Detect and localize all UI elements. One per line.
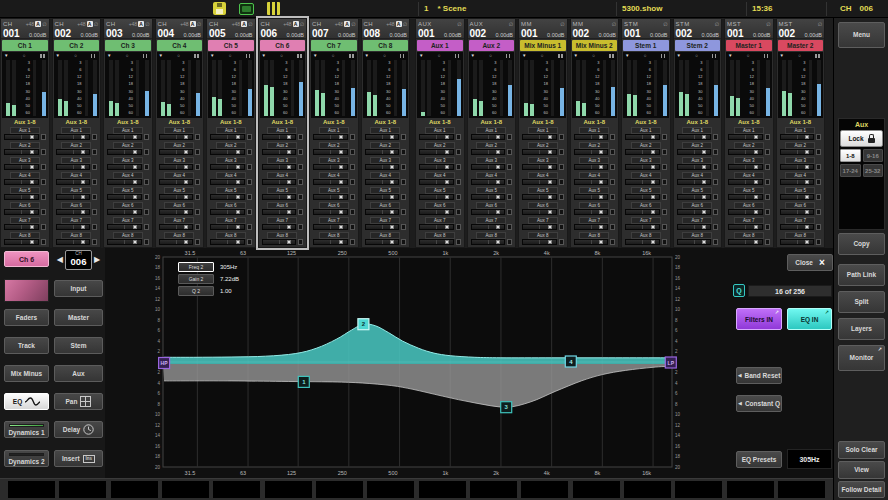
aux-send-slider[interactable] bbox=[574, 209, 609, 215]
softkey-slot-12[interactable] bbox=[573, 481, 620, 498]
aux-send-knob[interactable] bbox=[236, 210, 240, 214]
aux-send-slider[interactable] bbox=[574, 239, 609, 245]
strip-name-label[interactable]: Stem 2 bbox=[675, 40, 721, 51]
aux-send-knob[interactable] bbox=[754, 135, 758, 139]
aux-send-slider[interactable] bbox=[677, 224, 712, 230]
aux-send-slider[interactable] bbox=[210, 239, 245, 245]
aux-send-slider[interactable] bbox=[677, 209, 712, 215]
aux-send-knob[interactable] bbox=[445, 210, 449, 214]
aux-send-knob[interactable] bbox=[445, 165, 449, 169]
eq-band-node-4[interactable]: 4 bbox=[565, 356, 576, 367]
aux-send-slider[interactable] bbox=[56, 239, 91, 245]
aux-send-knob[interactable] bbox=[496, 135, 500, 139]
sidebar-button-follow-detail[interactable]: Follow Detail bbox=[838, 481, 885, 498]
channel-strip-ch-001[interactable]: CH +48A∅ 001 0.00dB Ch 1 ▼ ○ 36121830405… bbox=[0, 18, 50, 248]
aux-send-slider[interactable] bbox=[4, 239, 39, 245]
aux-send-knob[interactable] bbox=[133, 135, 137, 139]
softkey-slot-16[interactable] bbox=[778, 481, 825, 498]
meters-status-icon[interactable] bbox=[267, 2, 280, 15]
softkey-slot-9[interactable] bbox=[419, 481, 466, 498]
aux-send-knob[interactable] bbox=[702, 225, 706, 229]
detail-button-delay[interactable]: Delay bbox=[54, 421, 103, 438]
aux-send-slider[interactable] bbox=[262, 194, 297, 200]
aux-send-slider[interactable] bbox=[728, 209, 763, 215]
aux-send-knob[interactable] bbox=[445, 240, 449, 244]
aux-send-knob[interactable] bbox=[445, 150, 449, 154]
channel-strip-ch-004[interactable]: CH +48A∅ 004 0.00dB Ch 4 ▼ ○ 36121830405… bbox=[155, 18, 205, 248]
aux-send-slider[interactable] bbox=[365, 209, 400, 215]
aux-send-knob[interactable] bbox=[184, 240, 188, 244]
aux-send-slider[interactable] bbox=[4, 149, 39, 155]
detail-button-eq[interactable]: EQ bbox=[4, 393, 49, 410]
aux-send-slider[interactable] bbox=[313, 179, 348, 185]
strip-name-label[interactable]: Ch 8 bbox=[363, 40, 409, 51]
aux-send-knob[interactable] bbox=[236, 180, 240, 184]
aux-send-slider[interactable] bbox=[262, 224, 297, 230]
aux-send-slider[interactable] bbox=[419, 239, 454, 245]
aux-send-slider[interactable] bbox=[210, 149, 245, 155]
strip-header[interactable]: AUX ∅ 001 0.00dB bbox=[416, 19, 464, 39]
strip-header[interactable]: MM ∅ 001 0.00dB bbox=[519, 19, 567, 39]
strip-name-label[interactable]: Ch 4 bbox=[157, 40, 203, 51]
eq-band-node-hp[interactable]: HP bbox=[159, 358, 170, 369]
aux-send-slider[interactable] bbox=[419, 164, 454, 170]
aux-send-knob[interactable] bbox=[599, 195, 603, 199]
aux-send-slider[interactable] bbox=[522, 149, 557, 155]
aux-send-slider[interactable] bbox=[107, 209, 142, 215]
detail-button-mix-minus[interactable]: Mix Minus bbox=[4, 365, 49, 382]
eq-memory-counter[interactable]: 16 of 256 bbox=[748, 285, 832, 297]
aux-send-knob[interactable] bbox=[81, 225, 85, 229]
eq-param-row-freq-2[interactable]: Freq 2305Hz bbox=[178, 262, 239, 272]
aux-send-knob[interactable] bbox=[548, 210, 552, 214]
softkey-slot-14[interactable] bbox=[675, 481, 722, 498]
detail-button-stem[interactable]: Stem bbox=[54, 337, 103, 354]
aux-send-slider[interactable] bbox=[159, 149, 194, 155]
aux-send-knob[interactable] bbox=[339, 150, 343, 154]
aux-send-knob[interactable] bbox=[548, 240, 552, 244]
strip-name-label[interactable]: Aux 2 bbox=[469, 40, 515, 51]
channel-strip-aux-001[interactable]: AUX ∅ 001 0.00dB Aux 1 ▼ ○ 3612183040506… bbox=[415, 18, 465, 248]
aux-send-slider[interactable] bbox=[471, 179, 506, 185]
aux-send-slider[interactable] bbox=[313, 164, 348, 170]
aux-send-slider[interactable] bbox=[313, 194, 348, 200]
aux-send-knob[interactable] bbox=[496, 165, 500, 169]
aux-send-slider[interactable] bbox=[780, 209, 815, 215]
aux-send-knob[interactable] bbox=[236, 195, 240, 199]
aux-send-slider[interactable] bbox=[728, 164, 763, 170]
aux-send-knob[interactable] bbox=[651, 150, 655, 154]
aux-send-slider[interactable] bbox=[159, 224, 194, 230]
aux-send-knob[interactable] bbox=[496, 195, 500, 199]
strip-header[interactable]: STM ∅ 001 0.00dB bbox=[622, 19, 670, 39]
detail-button-input[interactable]: Input bbox=[54, 280, 103, 297]
strip-name-label[interactable]: Ch 6 bbox=[260, 40, 306, 51]
aux-send-slider[interactable] bbox=[313, 149, 348, 155]
aux-send-slider[interactable] bbox=[210, 179, 245, 185]
strip-name-label[interactable]: Ch 5 bbox=[208, 40, 254, 51]
aux-send-slider[interactable] bbox=[471, 239, 506, 245]
aux-send-slider[interactable] bbox=[625, 239, 660, 245]
aux-send-slider[interactable] bbox=[780, 194, 815, 200]
aux-send-slider[interactable] bbox=[677, 194, 712, 200]
sidebar-button-path-link[interactable]: Path Link bbox=[838, 264, 885, 286]
aux-send-knob[interactable] bbox=[339, 180, 343, 184]
aux-send-knob[interactable] bbox=[287, 225, 291, 229]
aux-send-slider[interactable] bbox=[677, 179, 712, 185]
sidebar-button-view[interactable]: View bbox=[838, 461, 885, 479]
aux-send-slider[interactable] bbox=[574, 164, 609, 170]
aux-send-knob[interactable] bbox=[702, 150, 706, 154]
aux-send-knob[interactable] bbox=[184, 195, 188, 199]
strip-name-label[interactable]: Ch 3 bbox=[105, 40, 151, 51]
aux-send-knob[interactable] bbox=[390, 165, 394, 169]
softkey-slot-8[interactable] bbox=[367, 481, 414, 498]
aux-send-slider[interactable] bbox=[365, 194, 400, 200]
sidebar-button-solo-clear[interactable]: Solo Clear bbox=[838, 441, 885, 459]
aux-send-knob[interactable] bbox=[30, 135, 34, 139]
aux-send-slider[interactable] bbox=[728, 149, 763, 155]
aux-send-slider[interactable] bbox=[107, 224, 142, 230]
aux-send-slider[interactable] bbox=[210, 224, 245, 230]
aux-send-slider[interactable] bbox=[4, 164, 39, 170]
aux-send-knob[interactable] bbox=[184, 210, 188, 214]
aux-send-slider[interactable] bbox=[728, 224, 763, 230]
aux-send-slider[interactable] bbox=[625, 149, 660, 155]
aux-send-knob[interactable] bbox=[133, 150, 137, 154]
